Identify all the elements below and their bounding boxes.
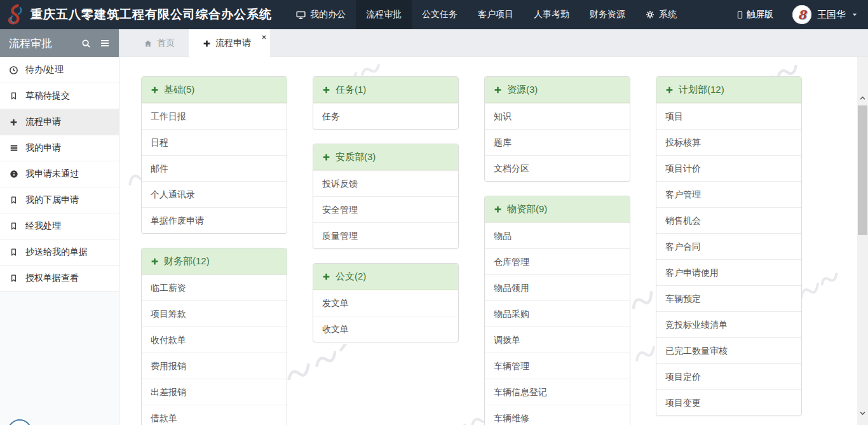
- card-item[interactable]: 客户申请使用: [656, 259, 801, 285]
- bookmark-icon: [9, 248, 18, 257]
- scrollbar-up-arrow[interactable]: [857, 93, 868, 104]
- card-item[interactable]: 车辆信息登记: [485, 379, 630, 405]
- card-item[interactable]: 物品: [485, 222, 630, 248]
- card-item[interactable]: 工作日报: [142, 103, 287, 129]
- category-card-header[interactable]: 计划部(12): [656, 77, 801, 103]
- sidebar: 流程审批 待办/处理草稿待提交流程申请我的申请我申请未通过我的下属申请经我处理抄…: [0, 29, 119, 425]
- card-item[interactable]: 任务: [313, 103, 458, 129]
- card-item[interactable]: 收文单: [313, 316, 458, 342]
- nav-item-my-office[interactable]: 我的办公: [286, 0, 356, 29]
- scrollbar-thumb[interactable]: [858, 105, 867, 235]
- nav-item-label: 财务资源: [590, 9, 625, 20]
- sidebar-item-label: 抄送给我的单据: [25, 246, 88, 258]
- card-item[interactable]: 单据作废申请: [142, 207, 287, 233]
- nav-item-process-approval[interactable]: 流程审批: [356, 0, 412, 29]
- category-card-header[interactable]: 公文(2): [313, 264, 458, 290]
- sidebar-item-processed-by-me[interactable]: 经我处理: [0, 213, 119, 239]
- category-card-header[interactable]: 基础(5): [142, 77, 287, 103]
- card-item[interactable]: 安全管理: [313, 196, 458, 222]
- card-item[interactable]: 车辆维修: [485, 405, 630, 425]
- card-item[interactable]: 借款单: [142, 405, 287, 425]
- card-item[interactable]: 物品领用: [485, 274, 630, 300]
- card-item[interactable]: 文档分区: [485, 155, 630, 181]
- category-card: 安质部(3)投诉反馈安全管理质量管理: [313, 144, 459, 249]
- card-item[interactable]: 销售机会: [656, 207, 801, 233]
- content-area: 基础(5)工作日报日程邮件个人通讯录单据作废申请财务部(12)临工薪资项目筹款收…: [120, 57, 857, 425]
- card-item[interactable]: 项目定价: [656, 363, 801, 389]
- sidebar-item-todo-process[interactable]: 待办/处理: [0, 57, 119, 83]
- card-item[interactable]: 题库: [485, 129, 630, 155]
- category-card-header[interactable]: 资源(3): [485, 77, 630, 103]
- plus-icon: [665, 86, 674, 94]
- card-item[interactable]: 费用报销: [142, 353, 287, 379]
- card-item[interactable]: 项目计价: [656, 155, 801, 181]
- card-item[interactable]: 投诉反馈: [313, 170, 458, 196]
- scrollbar[interactable]: [857, 57, 868, 425]
- tab-close-icon[interactable]: [261, 32, 267, 42]
- sidebar-item-cc-to-me[interactable]: 抄送给我的单据: [0, 239, 119, 266]
- category-title: 资源(3): [507, 84, 538, 96]
- card-item[interactable]: 出差报销: [142, 379, 287, 405]
- card-item[interactable]: 质量管理: [313, 222, 458, 248]
- card-item[interactable]: 已完工数量审核: [656, 337, 801, 363]
- card-item[interactable]: 项目筹款: [142, 300, 287, 327]
- nav-item-finance-resources[interactable]: 财务资源: [580, 0, 635, 29]
- nav-item-label: 我的办公: [310, 9, 346, 20]
- card-item[interactable]: 日程: [142, 129, 287, 155]
- nav-item-customer-projects[interactable]: 客户项目: [468, 0, 524, 29]
- card-item[interactable]: 发文单: [313, 290, 458, 316]
- username: 王国华: [817, 9, 846, 21]
- tab-process-apply[interactable]: 流程申请: [189, 29, 270, 57]
- sidebar-item-label: 我的申请: [25, 142, 61, 154]
- sidebar-item-subordinate-applications[interactable]: 我的下属申请: [0, 187, 119, 213]
- category-title: 任务(1): [336, 84, 366, 96]
- category-card-header[interactable]: 物资部(9): [485, 196, 630, 222]
- category-title: 公文(2): [336, 271, 366, 283]
- card-item[interactable]: 客户合同: [656, 233, 801, 259]
- category-card-header[interactable]: 财务部(12): [142, 248, 287, 274]
- caret-down-icon: [851, 11, 858, 18]
- sidebar-item-my-not-approved[interactable]: 我申请未通过: [0, 161, 119, 187]
- card-item[interactable]: 收付款单: [142, 327, 287, 353]
- card-item[interactable]: 物品采购: [485, 300, 630, 327]
- sidebar-item-authorized-documents[interactable]: 授权单据查看: [0, 266, 119, 292]
- bookmark-icon: [9, 91, 18, 100]
- card-item[interactable]: 客户管理: [656, 181, 801, 207]
- scrollbar-down-arrow[interactable]: [857, 408, 868, 419]
- card-item[interactable]: 仓库管理: [485, 248, 630, 274]
- card-item[interactable]: 临工薪资: [142, 274, 287, 300]
- category-card-header[interactable]: 任务(1): [313, 77, 458, 103]
- card-item[interactable]: 车辆预定: [656, 285, 801, 311]
- plus-icon: [9, 118, 18, 126]
- card-item[interactable]: 调拨单: [485, 327, 630, 353]
- card-item[interactable]: 个人通讯录: [142, 181, 287, 207]
- user-menu[interactable]: 8 王国华: [792, 5, 858, 24]
- nav-item-label: 人事考勤: [534, 9, 569, 20]
- app-logo[interactable]: [6, 3, 25, 26]
- nav-item-hr-attendance[interactable]: 人事考勤: [524, 0, 580, 29]
- hamburger-menu-icon[interactable]: [100, 38, 110, 48]
- card-item[interactable]: 邮件: [142, 155, 287, 181]
- card-item[interactable]: 项目: [656, 103, 801, 129]
- desktop-icon: [296, 10, 306, 20]
- tab-home[interactable]: 首页: [130, 29, 189, 57]
- touch-version-label: 触屏版: [747, 9, 773, 20]
- sidebar-item-process-apply[interactable]: 流程申请: [0, 109, 119, 135]
- category-card: 计划部(12)项目投标核算项目计价客户管理销售机会客户合同客户申请使用车辆预定竞…: [656, 76, 802, 416]
- nav-item-document-tasks[interactable]: 公文任务: [412, 0, 468, 29]
- card-item[interactable]: 知识: [485, 103, 630, 129]
- card-item[interactable]: 车辆管理: [485, 353, 630, 379]
- sidebar-item-draft-pending[interactable]: 草稿待提交: [0, 83, 119, 109]
- sidebar-item-my-applications[interactable]: 我的申请: [0, 135, 119, 161]
- card-item[interactable]: 竞投标业绩清单: [656, 311, 801, 337]
- info-icon: [9, 170, 18, 179]
- category-card-header[interactable]: 安质部(3): [313, 144, 458, 170]
- card-item[interactable]: 项目变更: [656, 389, 801, 415]
- search-icon[interactable]: [81, 39, 91, 48]
- touch-version-button[interactable]: 触屏版: [736, 9, 773, 20]
- category-title: 财务部(12): [164, 255, 210, 267]
- nav-item-system[interactable]: 系统: [635, 0, 687, 29]
- card-item[interactable]: 投标核算: [656, 129, 801, 155]
- category-card: 物资部(9)物品仓库管理物品领用物品采购调拨单车辆管理车辆信息登记车辆维修: [484, 196, 630, 425]
- category-title: 安质部(3): [336, 151, 376, 163]
